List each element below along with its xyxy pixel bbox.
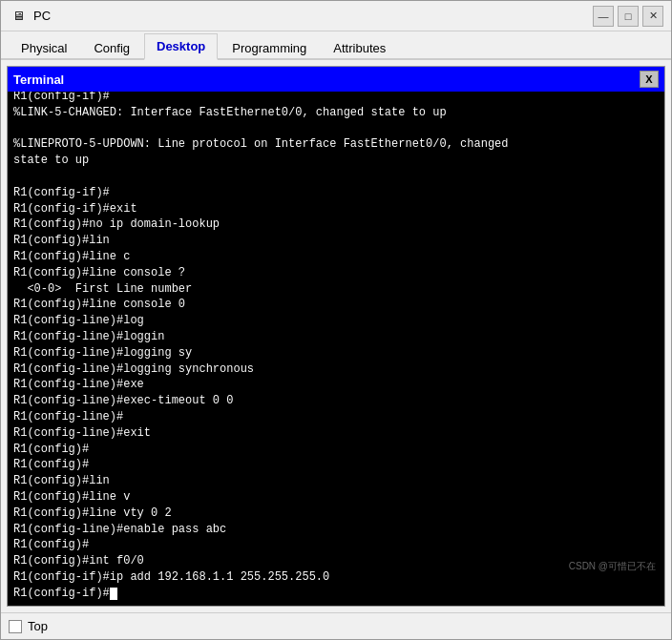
- terminal-title-bar: Terminal X: [8, 67, 664, 92]
- terminal-line: R1(config-line)#loggin: [13, 329, 659, 345]
- terminal-line: R1(config)#int f0/0: [13, 553, 659, 569]
- terminal-line: [13, 121, 659, 137]
- main-content: Terminal X R1(config-if)#%LINK-5-CHANGED…: [1, 60, 671, 612]
- terminal-line: R1(config-if)#ip add 192.168.1.1 255.255…: [13, 569, 659, 586]
- terminal-line: R1(config-line)#logging sy: [13, 345, 659, 361]
- terminal-line: R1(config)#line console ?: [13, 265, 659, 281]
- app-icon: 🖥: [9, 7, 28, 26]
- terminal-line: R1(config)#: [13, 537, 659, 553]
- tab-attributes[interactable]: Attributes: [321, 35, 398, 60]
- terminal-title: Terminal: [13, 72, 64, 87]
- terminal-line: R1(config)#: [13, 442, 659, 458]
- status-bar: Top: [1, 612, 671, 639]
- terminal-line: R1(config-line)#logging synchronous: [13, 361, 659, 378]
- terminal-line: R1(config-line)#exe: [13, 377, 659, 393]
- tab-config[interactable]: Config: [81, 35, 142, 60]
- terminal-line: R1(config-line)#exit: [13, 425, 659, 442]
- terminal-line: R1(config)#line c: [13, 249, 659, 265]
- terminal-line: R1(config)#line v: [13, 489, 659, 506]
- terminal-line: %LINK-5-CHANGED: Interface FastEthernet0…: [13, 105, 659, 121]
- minimize-button[interactable]: —: [593, 6, 614, 27]
- title-bar: 🖥 PC — □ ✕: [1, 1, 671, 31]
- tab-programming[interactable]: Programming: [220, 35, 319, 60]
- terminal-line: %LINEPROTO-5-UPDOWN: Line protocol on In…: [13, 136, 659, 153]
- terminal-line: R1(config-if)#: [13, 185, 659, 201]
- terminal-line: [13, 169, 659, 185]
- terminal-panel: Terminal X R1(config-if)#%LINK-5-CHANGED…: [7, 66, 665, 607]
- window-controls: — □ ✕: [593, 6, 663, 27]
- close-button[interactable]: ✕: [642, 6, 663, 27]
- tab-physical[interactable]: Physical: [9, 35, 79, 60]
- terminal-line: R1(config)#lin: [13, 473, 659, 489]
- terminal-line: state to up: [13, 153, 659, 169]
- terminal-line: R1(config-if)#: [13, 586, 659, 602]
- terminal-line: R1(config)#no ip domain-lookup: [13, 217, 659, 233]
- terminal-line: R1(config-if)#: [13, 92, 659, 105]
- terminal-line: R1(config)#line vty 0 2: [13, 506, 659, 522]
- terminal-close-button[interactable]: X: [640, 71, 659, 88]
- terminal-line: R1(config-line)#exec-timeout 0 0: [13, 393, 659, 409]
- terminal-line: R1(config)#line console 0: [13, 297, 659, 313]
- tab-bar: Physical Config Desktop Programming Attr…: [1, 31, 671, 60]
- terminal-line: R1(config)#lin: [13, 233, 659, 249]
- tab-desktop[interactable]: Desktop: [144, 33, 218, 60]
- terminal-line: <0-0> First Line number: [13, 281, 659, 298]
- terminal-cursor: [110, 588, 117, 600]
- top-label: Top: [28, 619, 48, 633]
- terminal-line: R1(config-line)#log: [13, 313, 659, 329]
- terminal-wrapper: Terminal X R1(config-if)#%LINK-5-CHANGED…: [7, 66, 665, 607]
- terminal-line: R1(config-if)#exit: [13, 201, 659, 217]
- terminal-line: R1(config-line)#: [13, 409, 659, 425]
- terminal-line: R1(config-line)#enable pass abc: [13, 522, 659, 538]
- maximize-button[interactable]: □: [618, 6, 639, 27]
- top-checkbox[interactable]: [9, 620, 22, 633]
- window-title: PC: [33, 9, 593, 23]
- terminal-body[interactable]: R1(config-if)#%LINK-5-CHANGED: Interface…: [8, 92, 664, 606]
- terminal-line: R1(config)#: [13, 457, 659, 473]
- main-window: 🖥 PC — □ ✕ Physical Config Desktop Progr…: [0, 0, 672, 640]
